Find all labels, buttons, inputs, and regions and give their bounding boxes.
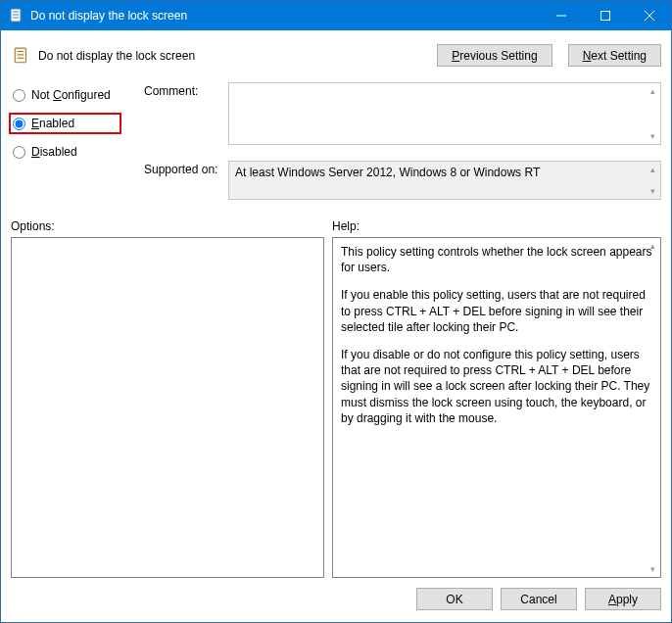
radio-disabled-label: Disabled bbox=[31, 145, 77, 159]
cancel-button[interactable]: Cancel bbox=[501, 588, 577, 610]
scroll-down-icon[interactable]: ▾ bbox=[647, 563, 658, 575]
panes: This policy setting controls whether the… bbox=[11, 237, 661, 578]
scroll-up-icon[interactable]: ▴ bbox=[647, 85, 658, 97]
settings-grid: Not Configured Enabled Disabled Comment:… bbox=[11, 82, 661, 208]
options-label: Options: bbox=[11, 219, 332, 233]
scroll-up-icon[interactable]: ▴ bbox=[647, 240, 658, 252]
scroll-up-icon[interactable]: ▴ bbox=[647, 164, 658, 175]
scroll-down-icon[interactable]: ▾ bbox=[647, 130, 658, 142]
help-paragraph: If you disable or do not configure this … bbox=[341, 347, 652, 426]
supported-on-value: At least Windows Server 2012, Windows 8 … bbox=[235, 166, 540, 179]
help-pane[interactable]: This policy setting controls whether the… bbox=[332, 237, 661, 578]
supported-on-textbox: At least Windows Server 2012, Windows 8 … bbox=[228, 161, 661, 200]
comment-label: Comment: bbox=[144, 82, 222, 145]
minimize-button[interactable] bbox=[539, 1, 583, 30]
close-button[interactable] bbox=[627, 1, 671, 30]
minimize-icon bbox=[556, 11, 566, 21]
policy-scroll-icon bbox=[9, 8, 24, 24]
help-label: Help: bbox=[332, 219, 360, 233]
radio-disabled-input[interactable] bbox=[13, 146, 25, 159]
supported-on-label: Supported on: bbox=[144, 161, 222, 200]
policy-editor-window: Do not display the lock screen Do not di… bbox=[0, 0, 672, 623]
previous-setting-button[interactable]: Previous Setting bbox=[437, 44, 552, 67]
ok-button[interactable]: OK bbox=[416, 588, 493, 610]
state-radio-group: Not Configured Enabled Disabled bbox=[11, 82, 138, 200]
policy-title: Do not display the lock screen bbox=[38, 49, 421, 63]
policy-scroll-icon bbox=[13, 47, 30, 65]
maximize-button[interactable] bbox=[583, 1, 627, 30]
radio-enabled-input[interactable] bbox=[13, 118, 25, 130]
radio-disabled[interactable]: Disabled bbox=[11, 143, 138, 161]
radio-enabled[interactable]: Enabled bbox=[9, 113, 121, 134]
apply-button[interactable]: Apply bbox=[585, 588, 661, 610]
footer-buttons: OK Cancel Apply bbox=[11, 578, 661, 610]
section-labels: Options: Help: bbox=[11, 219, 661, 233]
radio-not-configured-label: Not Configured bbox=[31, 88, 111, 102]
header-row: Do not display the lock screen Previous … bbox=[11, 44, 661, 67]
help-paragraph: This policy setting controls whether the… bbox=[341, 244, 652, 275]
help-paragraph: If you enable this policy setting, users… bbox=[341, 287, 652, 335]
next-setting-button[interactable]: Next Setting bbox=[568, 44, 661, 67]
maximize-icon bbox=[600, 11, 610, 21]
radio-enabled-label: Enabled bbox=[31, 117, 74, 130]
radio-not-configured-input[interactable] bbox=[13, 89, 25, 102]
radio-not-configured[interactable]: Not Configured bbox=[11, 86, 138, 104]
content-area: Do not display the lock screen Previous … bbox=[1, 30, 671, 622]
window-title: Do not display the lock screen bbox=[30, 9, 539, 23]
comment-textbox[interactable]: ▴ ▾ bbox=[228, 82, 661, 145]
titlebar: Do not display the lock screen bbox=[1, 1, 671, 30]
close-icon bbox=[645, 11, 654, 21]
svg-rect-5 bbox=[600, 12, 609, 21]
scroll-down-icon[interactable]: ▾ bbox=[647, 185, 658, 197]
options-pane[interactable] bbox=[11, 237, 324, 578]
